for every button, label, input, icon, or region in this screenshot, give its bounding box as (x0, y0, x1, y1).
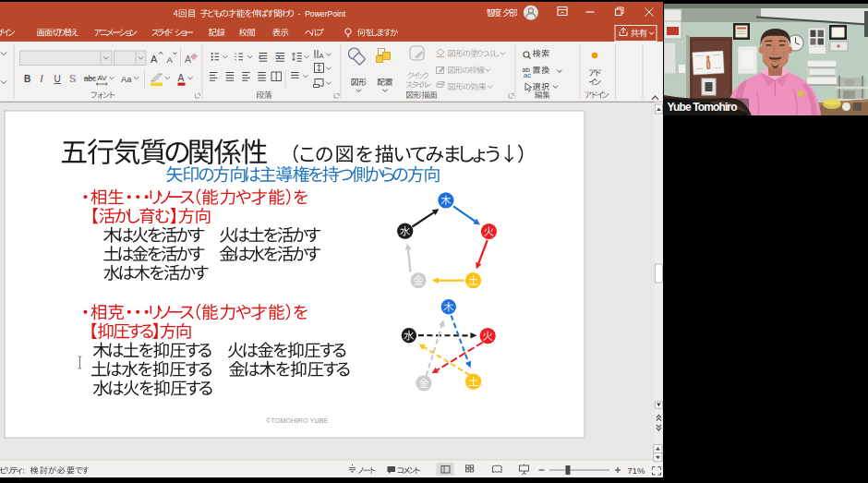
svg-text:S: S (70, 74, 77, 84)
svg-text:I: I (41, 73, 43, 84)
svg-text:AV: AV (98, 74, 108, 82)
svg-text:- PowerPoint: - PowerPoint (298, 9, 346, 18)
svg-text:A: A (185, 54, 191, 65)
svg-text:A: A (151, 54, 158, 65)
svg-text:©TOMOHIRO YUBE: ©TOMOHIRO YUBE (266, 417, 329, 425)
svg-text:ac: ac (524, 71, 531, 79)
svg-text:A: A (319, 52, 324, 60)
svg-text:B: B (24, 74, 30, 84)
svg-text:A: A (167, 54, 174, 65)
svg-text:Aa: Aa (121, 75, 132, 84)
svg-text:71%: 71% (628, 465, 646, 476)
svg-text:U: U (54, 74, 61, 84)
svg-text:Yube Tomohiro: Yube Tomohiro (668, 101, 738, 114)
svg-text:abc: abc (84, 75, 96, 83)
svg-text:A: A (178, 73, 185, 83)
